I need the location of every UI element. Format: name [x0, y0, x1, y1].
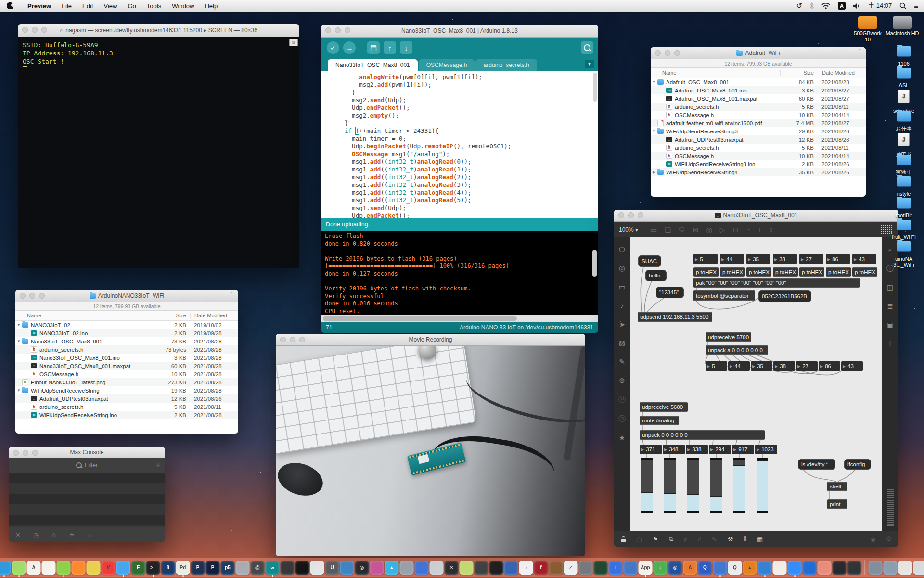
- p-circle-icon dimmed[interactable]: ⓟ: [618, 395, 626, 404]
- comment-tool-icon[interactable]: 🗨: [679, 226, 685, 234]
- vertical-slider[interactable]: [710, 458, 722, 513]
- dock-processing-8[interactable]: 8: [161, 561, 175, 575]
- add-object-icon[interactable]: +: [758, 226, 762, 234]
- vertical-slider[interactable]: [733, 458, 745, 513]
- number-box[interactable]: ▶35: [746, 254, 770, 264]
- vertical-slider[interactable]: [664, 458, 676, 513]
- finder-titlebar[interactable]: Adafruit_WiFi: [651, 47, 866, 59]
- table-row[interactable]: ▼WiFiUdpSendReceiveString19 KB2021/08/28: [15, 386, 238, 394]
- dock-zoom-app[interactable]: [788, 561, 802, 575]
- menu-item-edit[interactable]: Edit: [77, 2, 98, 10]
- new-sketch-button[interactable]: ▤: [367, 41, 380, 54]
- dock-pen-app[interactable]: [415, 561, 429, 575]
- arduino-ide-window[interactable]: Nano33IoT_OSC_Max8_001 | Arduino 1.8.13 …: [321, 25, 598, 330]
- terminal-window[interactable]: ⌂ nagasm — screen /dev/tty.usbmodem14633…: [18, 24, 299, 268]
- menu-clock[interactable]: 土 14:07: [868, 1, 892, 10]
- dock-turbine-app[interactable]: [310, 561, 324, 575]
- dock-upload-app[interactable]: ↑: [609, 561, 623, 575]
- message-box-12345[interactable]: "12345": [656, 287, 684, 298]
- back-icon[interactable]: ←: [87, 531, 93, 539]
- tab-list-button[interactable]: ▼: [585, 60, 594, 68]
- vertical-slider[interactable]: [641, 458, 653, 513]
- table-row[interactable]: ::Adafruit_UDPtest03.maxpat12 KB2021/08/…: [651, 135, 866, 144]
- table-row[interactable]: ▼Adafruit_OSC_Max8_00184 KB2021/08/28: [651, 78, 866, 86]
- b-circle-icon[interactable]: ⓑ: [618, 414, 626, 423]
- table-row[interactable]: ▼Nano33IoT_OSC_Max8_00173 KB2021/08/28: [15, 337, 238, 345]
- table-row[interactable]: hOSCMessage.h10 KB2021/04/14: [651, 152, 866, 160]
- table-row[interactable]: adafruit-feather-m0-wifi-atwinc1500.pdf7…: [651, 119, 866, 127]
- object-box-tosymbol[interactable]: tosymbol @separator: [693, 290, 755, 301]
- object-box-ptoHEX[interactable]: p toHEX: [773, 267, 798, 277]
- dock-prism-app[interactable]: ▲: [385, 561, 399, 575]
- table-row[interactable]: harduino_secrets.h5 KB2021/08/11: [651, 103, 866, 111]
- playbar-tool-icon[interactable]: ▷: [720, 226, 725, 234]
- desktop-item-9[interactable]: fruit_Wi Fi: [886, 220, 922, 240]
- table-row[interactable]: ▼NANO33IoT_022 KB2019/10/02: [15, 321, 238, 329]
- object-box-unpack[interactable]: unpack a 0 0 0 0 0 0 0: [706, 345, 768, 355]
- dock-textedit[interactable]: A: [27, 561, 41, 575]
- console-panel-icon[interactable]: ▭: [618, 283, 625, 291]
- dock-processing[interactable]: P: [206, 561, 220, 575]
- desktop-item-7[interactable]: nstyle: [886, 176, 922, 197]
- paint-tool-icon[interactable]: ⬨: [770, 226, 772, 234]
- object-box-print[interactable]: print: [827, 499, 847, 509]
- window-controls[interactable]: [325, 27, 350, 33]
- dock-downloads-folder[interactable]: [869, 561, 883, 575]
- button-tool-icon[interactable]: ◎: [706, 226, 712, 234]
- dock-xcode-tool[interactable]: [340, 561, 354, 575]
- save-sketch-button[interactable]: ↓: [400, 41, 412, 54]
- object-box-route[interactable]: route /analog: [640, 416, 679, 425]
- menu-item-preview[interactable]: Preview: [22, 2, 56, 10]
- dial-tool-icon[interactable]: ◔: [746, 226, 750, 234]
- console-scrollbar[interactable]: [592, 250, 597, 277]
- table-row[interactable]: ∞WiFiUdpSendReceiveString.ino2 KB2021/08…: [15, 411, 238, 419]
- grid-icon[interactable]: #: [698, 536, 701, 543]
- movie-recording-window[interactable]: Movie Recording: [276, 334, 585, 556]
- terminal-titlebar[interactable]: ⌂ nagasm — screen /dev/tty.usbmodem14633…: [18, 24, 299, 37]
- number-box[interactable]: ▶371: [640, 445, 662, 454]
- message-tool-icon[interactable]: ❑: [665, 226, 671, 234]
- serial-monitor-button[interactable]: [581, 41, 593, 54]
- table-row[interactable]: ∞NANO33IoT_02.ino2 KB2019/09/28: [15, 329, 238, 337]
- dock-sphere-app[interactable]: [475, 561, 488, 575]
- disclosure-triangle-icon[interactable]: ▶: [651, 170, 657, 174]
- terminal-scroll-pager[interactable]: ▤: [289, 39, 298, 46]
- movie-titlebar[interactable]: Movie Recording: [276, 334, 585, 346]
- dock-vivaldi[interactable]: V: [102, 561, 116, 575]
- table-row[interactable]: ::Adafruit_UDPtest03.maxpat12 KB2021/08/…: [15, 394, 238, 403]
- dock-stopwatch-app[interactable]: [460, 561, 474, 575]
- console-log-area[interactable]: [9, 473, 165, 527]
- run-loop-icon[interactable]: ◉: [870, 536, 875, 543]
- dock-gear-app[interactable]: [847, 561, 861, 575]
- menu-item-go[interactable]: Go: [122, 2, 141, 10]
- number-box[interactable]: ▶27: [796, 361, 818, 371]
- dock-black-app[interactable]: [295, 561, 309, 575]
- autoscroll-icon[interactable]: ≑: [69, 531, 75, 539]
- window-controls[interactable]: [13, 450, 38, 456]
- dock-audio-hijack[interactable]: A: [683, 561, 697, 575]
- dock-patch-app[interactable]: [818, 561, 832, 575]
- terminal-output[interactable]: SSID: Buffalo-G-59A9IP Address: 192.168.…: [18, 37, 299, 268]
- dock-screen-app[interactable]: [624, 561, 638, 575]
- wifi-icon[interactable]: [821, 3, 830, 9]
- dock-photos[interactable]: [57, 561, 71, 575]
- apple-menu-icon[interactable]: [7, 2, 13, 9]
- number-box[interactable]: ▶1023: [755, 445, 777, 454]
- desktop-drive-500GBwork-10[interactable]: 500GBwork 10: [851, 16, 885, 43]
- editor-scrollbar[interactable]: [593, 73, 597, 102]
- finder-column-headers[interactable]: Name⌃ Size Date Modified: [15, 311, 238, 321]
- dock-puredata[interactable]: Pd: [176, 561, 190, 575]
- menu-item-help[interactable]: Help: [199, 2, 223, 10]
- disclosure-triangle-icon[interactable]: ▼: [651, 129, 657, 133]
- dock-color-leaf-app[interactable]: [370, 561, 384, 575]
- dock-q-app[interactable]: Q: [698, 561, 712, 575]
- finder-titlebar[interactable]: ArduinoNANO33IoT_WiFi: [15, 290, 238, 302]
- upload-button[interactable]: →: [343, 41, 356, 54]
- dock-maps[interactable]: [12, 561, 26, 575]
- favorites-star-icon[interactable]: ★: [619, 434, 625, 442]
- dock-orb-app[interactable]: ◎: [668, 561, 682, 575]
- dock-finder[interactable]: [0, 561, 11, 575]
- volume-icon[interactable]: [853, 3, 860, 9]
- verify-button[interactable]: ✓: [327, 41, 339, 54]
- dock-clapper-app[interactable]: [713, 561, 727, 575]
